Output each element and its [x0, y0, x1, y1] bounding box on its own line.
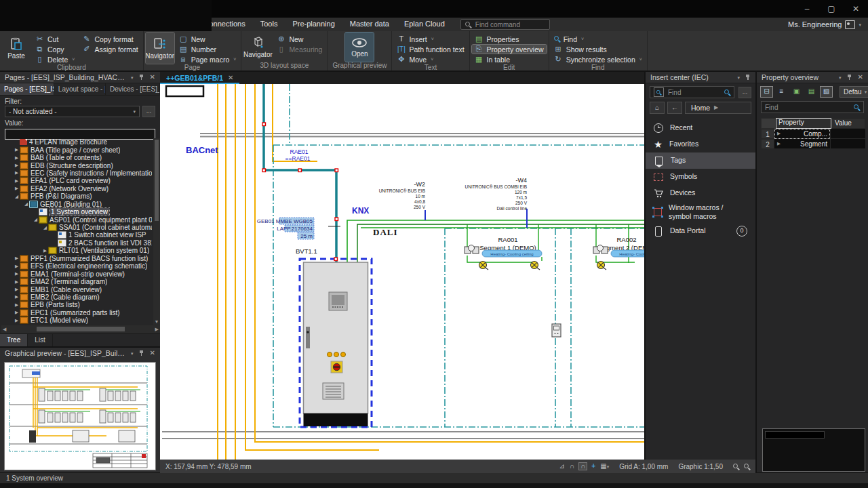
pin-icon[interactable] — [847, 75, 852, 81]
copy-format-button[interactable]: ✎Copy format — [79, 35, 140, 43]
page-navigator-button[interactable]: Navigator — [146, 33, 174, 64]
scroll-right-icon[interactable]: ▶ — [155, 327, 159, 332]
tree-item[interactable]: ▶BAB (Table of contents) — [1, 154, 152, 161]
menu-tools[interactable]: Tools — [253, 18, 285, 31]
menu-pre-planning[interactable]: Pre-planning — [285, 18, 342, 31]
scroll-down-icon[interactable]: ▼ — [153, 319, 160, 324]
collapse-icon[interactable]: ◢ — [14, 194, 20, 199]
tree-item[interactable]: 4 EPLAN Image Brochure — [1, 138, 152, 146]
collapse-icon[interactable]: ◢ — [33, 217, 39, 222]
expand-icon[interactable]: ▶ — [14, 186, 20, 191]
panel-menu-icon[interactable]: ▾ — [131, 75, 134, 80]
find-command-input[interactable]: Find command — [460, 19, 550, 30]
tree-item[interactable]: ▶EMB1 (Cable overview) — [1, 285, 152, 293]
filter-more-button[interactable]: ... — [142, 106, 155, 117]
back-icon[interactable]: ← — [667, 102, 682, 114]
paste-button[interactable]: Paste — [2, 33, 31, 64]
tree-item[interactable]: 1 Switch cabinet view ISP — [1, 231, 152, 239]
tree-vertical-scrollbar[interactable]: ▼ — [153, 138, 160, 325]
tree-item[interactable]: ▶EMA2 (Terminal diagram) — [1, 278, 152, 285]
expand-icon[interactable]: ▶ — [14, 318, 20, 323]
close-button[interactable]: ✕ — [844, 0, 868, 18]
paste-properties-icon[interactable]: ▤ — [806, 87, 817, 97]
tree-item-selected[interactable]: 1 System overview — [1, 208, 152, 216]
user-account[interactable]: Ms. Engineering ▾ — [788, 20, 868, 29]
zoom-out-icon[interactable] — [744, 464, 750, 470]
move-button[interactable]: ✥Move˅ — [394, 55, 467, 64]
expand-icon[interactable]: ▶ — [777, 141, 781, 146]
table-row[interactable]: 1 ▶Comp... — [761, 129, 865, 139]
path-function-text-button[interactable]: |T|Path function text — [394, 45, 467, 54]
insert-center-item-recent[interactable]: Recent — [646, 120, 755, 136]
pin-icon[interactable] — [745, 75, 751, 81]
zoom-in-icon[interactable] — [733, 464, 739, 470]
assign-format-button[interactable]: ✐Assign format — [79, 45, 140, 54]
expand-icon[interactable]: ▶ — [14, 302, 20, 308]
collapse-icon[interactable]: ◢ — [42, 225, 48, 230]
insert-center-item-window-macros[interactable]: Window macros / symbol macros — [646, 201, 755, 223]
tab-layout-space[interactable]: Layout space - [EE... — [54, 83, 106, 95]
expand-icon[interactable]: ▶ — [14, 294, 20, 300]
tree-item[interactable]: ▶RLT01 (Ventilation system 01) — [1, 247, 152, 254]
search-icon[interactable] — [724, 89, 730, 96]
preview-thumbnail[interactable] — [4, 362, 156, 470]
insert-center-item-tags[interactable]: Tags — [646, 152, 755, 169]
insert-center-item-symbols[interactable]: Symbols — [646, 169, 755, 185]
page-number-button[interactable]: ▤Number — [176, 45, 239, 54]
breadcrumb[interactable]: Home ▶ — [685, 102, 751, 114]
text-insert-button[interactable]: TInsert˅ — [394, 35, 467, 43]
tab-list[interactable]: List — [28, 334, 53, 346]
tree-item[interactable]: ▶EPB (Parts lists) — [1, 301, 152, 308]
tree-item[interactable]: ▶EFS (Electrical engineering schematic) — [1, 262, 152, 270]
maximize-button[interactable]: ▢ — [819, 0, 844, 18]
copy-properties-icon[interactable]: ▣ — [791, 87, 802, 97]
pin-icon[interactable] — [139, 75, 144, 81]
expand-icon[interactable]: ▶ — [14, 279, 20, 285]
tree-item[interactable]: ▶EFA1 (PLC card overview) — [1, 177, 152, 184]
copy-button[interactable]: ⧉Copy — [33, 45, 77, 54]
breadcrumb-home[interactable]: Home — [691, 104, 710, 112]
pin-icon[interactable] — [139, 350, 144, 357]
tree-item[interactable]: ▶PPF1 (Summarized BACS function list) — [1, 255, 152, 262]
tab-devices[interactable]: Devices - [EES]_ISP... — [106, 83, 160, 95]
properties-button[interactable]: ▤Properties — [472, 35, 547, 43]
value-cell[interactable] — [830, 139, 865, 149]
panel-menu-icon[interactable]: ▾ — [131, 351, 134, 356]
expand-icon[interactable]: ▶ — [14, 287, 20, 292]
menu-master-data[interactable]: Master data — [342, 18, 397, 31]
graphical-preview-titlebar[interactable]: Graphical preview - [EES]_ISP_Building_H… — [0, 348, 160, 359]
expand-icon[interactable]: ▶ — [14, 155, 20, 161]
expand-icon[interactable]: ▶ — [14, 264, 20, 269]
tree-item[interactable]: ▶EDB (Structure description) — [1, 161, 152, 169]
expand-icon[interactable]: ▶ — [14, 147, 20, 152]
page-macro-button[interactable]: ⧈Page macro˅ — [176, 55, 239, 64]
cut-button[interactable]: ✂Cut — [33, 35, 77, 43]
tree-item[interactable]: ▶EFA2 (Network Overview) — [1, 185, 152, 192]
tree-item[interactable]: ▶EEC (Safety instructions / Implementati… — [1, 169, 152, 177]
pages-panel-titlebar[interactable]: Pages - [EES]_ISP_Building_HVAC_Schemati… — [0, 72, 160, 83]
property-overview-titlebar[interactable]: Property overview ▾ ✕ — [757, 72, 868, 83]
tab-pages[interactable]: Pages - [EES]_ISP_... — [0, 83, 54, 95]
tree-item[interactable]: 2 BACS function list VDI 3814 Part 4.3 — [1, 239, 152, 247]
value-cell[interactable] — [830, 129, 865, 139]
tree-item[interactable]: ◢PFB (P&I Diagrams) — [1, 192, 152, 200]
snap-to-grid-icon[interactable]: ∩ — [579, 463, 587, 470]
grid-icon[interactable]: ▦▾ — [600, 463, 609, 470]
expand-icon[interactable]: ▶ — [14, 170, 20, 176]
scroll-left-icon[interactable]: ◀ — [3, 327, 6, 332]
editor-tab[interactable]: ++GEB01&PFB/1 ✕ — [160, 72, 239, 84]
crosshair-icon[interactable]: + — [591, 463, 595, 470]
property-overview-button[interactable]: ⎘Property overview — [472, 45, 547, 54]
preset-select[interactable]: Defau ▾ — [840, 86, 868, 98]
tab-tree[interactable]: Tree — [0, 334, 28, 346]
filter-user-icon[interactable]: ▧ — [821, 87, 832, 97]
schematic-canvas[interactable]: GEB01 MMBE WGB05 LAPP.2170634 25 m BACne… — [160, 84, 644, 460]
close-icon[interactable]: ✕ — [858, 74, 863, 81]
column-value[interactable]: Value — [831, 118, 865, 129]
in-table-button[interactable]: ▦In table — [472, 55, 547, 64]
expand-icon[interactable]: ▶ — [14, 256, 20, 261]
panel-menu-icon[interactable]: ▾ — [737, 75, 740, 80]
delete-button[interactable]: ▯Delete˅ — [33, 55, 77, 64]
insert-center-search-input[interactable]: Find — [650, 86, 734, 98]
menu-eplan-cloud[interactable]: Eplan Cloud — [397, 18, 452, 31]
